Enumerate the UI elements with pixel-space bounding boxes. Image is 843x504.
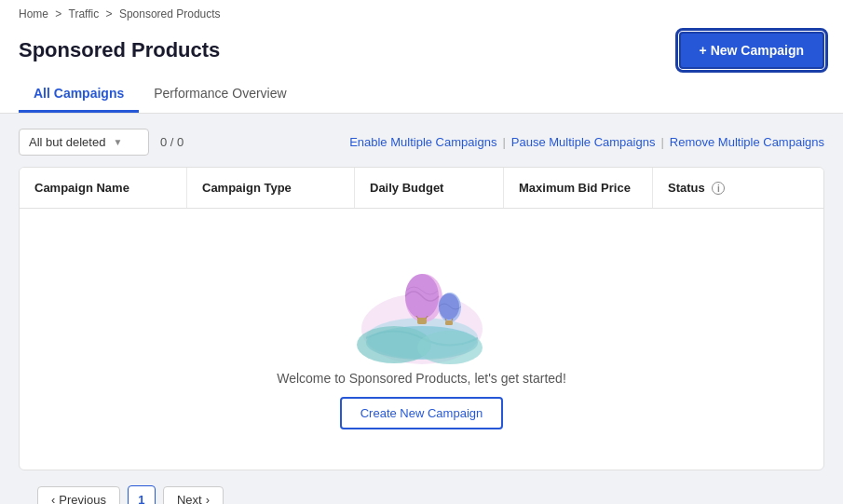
content-area: All but deleted ▼ 0 / 0 Enable Multiple … xyxy=(0,114,843,504)
chevron-down-icon: ▼ xyxy=(113,137,122,147)
status-info-icon[interactable]: i xyxy=(712,182,725,195)
next-button[interactable]: Next › xyxy=(163,486,224,505)
pagination: ‹ Previous 1 Next › xyxy=(19,470,824,504)
bulk-sep-1: | xyxy=(502,135,505,149)
previous-label: Previous xyxy=(59,493,106,505)
empty-illustration xyxy=(347,250,496,371)
bulk-actions: Enable Multiple Campaigns | Pause Multip… xyxy=(349,135,824,149)
col-campaign-type: Campaign Type xyxy=(187,168,355,208)
toolbar: All but deleted ▼ 0 / 0 Enable Multiple … xyxy=(19,129,824,156)
campaigns-table: Campaign Name Campaign Type Daily Budget… xyxy=(19,167,824,470)
next-label: Next xyxy=(177,493,202,505)
breadcrumb-sep1: > xyxy=(55,7,61,20)
empty-state-message: Welcome to Sponsored Products, let's get… xyxy=(277,371,566,386)
svg-rect-12 xyxy=(445,320,453,325)
breadcrumb-sep2: > xyxy=(106,7,113,20)
page-title: Sponsored Products xyxy=(19,38,220,62)
col-daily-budget: Daily Budget xyxy=(355,168,504,208)
tab-bar: All Campaigns Performance Overview xyxy=(19,76,824,113)
breadcrumb-current: Sponsored Products xyxy=(119,7,221,20)
new-campaign-button[interactable]: + New Campaign xyxy=(679,32,824,69)
col-campaign-name: Campaign Name xyxy=(20,168,187,208)
svg-point-11 xyxy=(439,293,459,320)
breadcrumb: Home > Traffic > Sponsored Products xyxy=(19,0,824,24)
filter-label: All but deleted xyxy=(29,135,105,149)
current-page[interactable]: 1 xyxy=(128,485,156,504)
pause-multiple-link[interactable]: Pause Multiple Campaigns xyxy=(511,135,656,149)
breadcrumb-home[interactable]: Home xyxy=(19,7,48,20)
prev-chevron-icon: ‹ xyxy=(51,493,55,505)
bulk-sep-2: | xyxy=(660,135,663,149)
filter-dropdown[interactable]: All but deleted ▼ xyxy=(19,129,149,156)
svg-rect-7 xyxy=(417,318,427,324)
table-header: Campaign Name Campaign Type Daily Budget… xyxy=(20,168,823,209)
previous-button[interactable]: ‹ Previous xyxy=(37,486,120,505)
create-campaign-button[interactable]: Create New Campaign xyxy=(340,397,504,429)
tab-performance-overview[interactable]: Performance Overview xyxy=(139,76,301,113)
svg-point-4 xyxy=(417,331,483,364)
campaign-count: 0 / 0 xyxy=(160,135,184,149)
col-max-bid-price: Maximum Bid Price xyxy=(504,168,653,208)
table-body: Welcome to Sponsored Products, let's get… xyxy=(20,209,823,470)
remove-multiple-link[interactable]: Remove Multiple Campaigns xyxy=(670,135,824,149)
page-header: Sponsored Products + New Campaign xyxy=(19,24,824,69)
breadcrumb-traffic[interactable]: Traffic xyxy=(69,7,100,20)
tab-all-campaigns[interactable]: All Campaigns xyxy=(19,76,139,113)
next-chevron-icon: › xyxy=(206,493,210,505)
enable-multiple-link[interactable]: Enable Multiple Campaigns xyxy=(349,135,496,149)
top-bar: Home > Traffic > Sponsored Products Spon… xyxy=(0,0,843,114)
col-status: Status i xyxy=(653,168,823,208)
